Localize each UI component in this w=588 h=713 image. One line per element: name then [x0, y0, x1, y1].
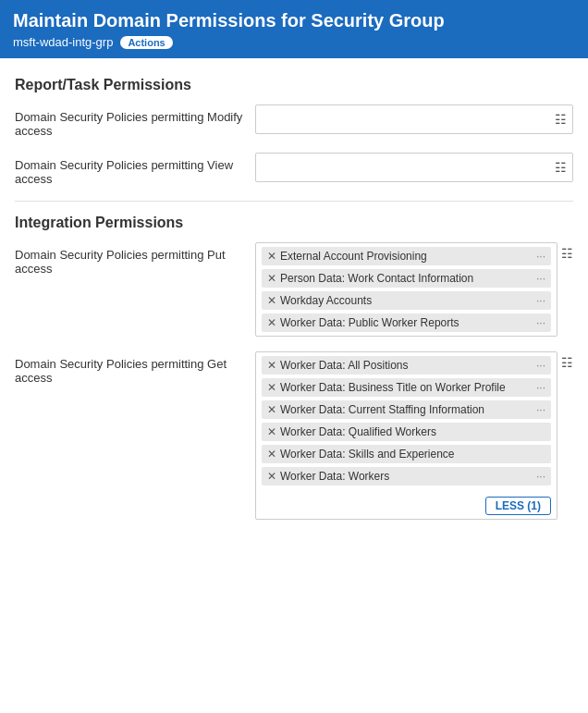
put-access-wrapper: ✕ External Account Provisioning ··· ✕ Pe…	[255, 242, 573, 337]
tag-qualified-workers: ✕ Worker Data: Qualified Workers	[262, 423, 551, 441]
tag-label-external-account: External Account Provisioning	[280, 250, 533, 263]
tag-x-workday-accounts[interactable]: ✕	[267, 294, 276, 307]
main-content: Report/Task Permissions Domain Security …	[0, 58, 588, 547]
tag-workday-accounts: ✕ Workday Accounts ···	[262, 291, 551, 310]
tag-x-business-title[interactable]: ✕	[267, 381, 276, 394]
tag-label-staffing-info: Worker Data: Current Staffing Informatio…	[280, 403, 533, 416]
security-group-name: msft-wdad-intg-grp	[13, 35, 113, 49]
tag-all-positions: ✕ Worker Data: All Positions ···	[262, 356, 551, 375]
tag-dots-business-title[interactable]: ···	[536, 381, 545, 394]
get-access-wrapper: ✕ Worker Data: All Positions ··· ✕ Worke…	[255, 351, 573, 520]
field-row-view-access: Domain Security Policies permitting View…	[15, 153, 573, 191]
input-modify-access[interactable]: ☷	[255, 104, 573, 134]
tag-x-staffing-info[interactable]: ✕	[267, 403, 276, 416]
tag-x-all-positions[interactable]: ✕	[267, 359, 276, 372]
tag-dots-workers[interactable]: ···	[536, 470, 545, 483]
tag-workers: ✕ Worker Data: Workers ···	[262, 467, 551, 486]
tag-dots-workday-accounts[interactable]: ···	[536, 294, 545, 307]
tag-label-business-title: Worker Data: Business Title on Worker Pr…	[280, 381, 533, 394]
tag-skills-experience: ✕ Worker Data: Skills and Experience	[262, 445, 551, 463]
tag-x-skills-experience[interactable]: ✕	[267, 448, 276, 461]
tag-label-person-data: Person Data: Work Contact Information	[280, 272, 533, 285]
tag-x-workers[interactable]: ✕	[267, 470, 276, 483]
actions-button[interactable]: Actions	[120, 36, 172, 49]
label-get-access: Domain Security Policies permitting Get …	[15, 351, 255, 385]
page-header: Maintain Domain Permissions for Security…	[0, 0, 588, 58]
label-put-access: Domain Security Policies permitting Put …	[15, 242, 255, 276]
tag-x-person-data[interactable]: ✕	[267, 272, 276, 285]
tag-label-skills-experience: Worker Data: Skills and Experience	[280, 448, 545, 461]
tag-x-qualified-workers[interactable]: ✕	[267, 425, 276, 438]
field-row-get-access: Domain Security Policies permitting Get …	[15, 351, 573, 525]
label-view-access: Domain Security Policies permitting View…	[15, 153, 255, 186]
section-title-report-task: Report/Task Permissions	[15, 77, 573, 93]
tag-x-worker-public-reports[interactable]: ✕	[267, 316, 276, 329]
page-title: Maintain Domain Permissions for Security…	[13, 9, 575, 31]
divider-1	[15, 201, 573, 202]
tag-staffing-info: ✕ Worker Data: Current Staffing Informat…	[262, 400, 551, 419]
tag-dots-external-account[interactable]: ···	[536, 250, 545, 263]
field-row-modify-access: Domain Security Policies permitting Modi…	[15, 104, 573, 143]
tag-dots-worker-public-reports[interactable]: ···	[536, 316, 545, 329]
label-modify-access: Domain Security Policies permitting Modi…	[15, 104, 255, 138]
less-button[interactable]: LESS (1)	[485, 497, 551, 515]
input-get-access[interactable]: ✕ Worker Data: All Positions ··· ✕ Worke…	[255, 351, 557, 520]
input-view-access[interactable]: ☷	[255, 153, 573, 182]
tag-label-qualified-workers: Worker Data: Qualified Workers	[280, 425, 545, 438]
tag-label-workday-accounts: Workday Accounts	[280, 294, 533, 307]
section-title-integration: Integration Permissions	[15, 215, 573, 231]
list-icon-modify[interactable]: ☷	[555, 112, 567, 127]
tag-dots-staffing-info[interactable]: ···	[536, 403, 545, 416]
tag-label-worker-public-reports: Worker Data: Public Worker Reports	[280, 316, 533, 329]
tag-external-account: ✕ External Account Provisioning ···	[262, 247, 551, 265]
tag-label-all-positions: Worker Data: All Positions	[280, 359, 533, 372]
tag-dots-all-positions[interactable]: ···	[536, 359, 545, 372]
tag-person-data: ✕ Person Data: Work Contact Information …	[262, 269, 551, 288]
tag-business-title: ✕ Worker Data: Business Title on Worker …	[262, 378, 551, 397]
tag-dots-person-data[interactable]: ···	[536, 272, 545, 285]
tag-worker-public-reports: ✕ Worker Data: Public Worker Reports ···	[262, 313, 551, 332]
list-icon-get[interactable]: ☷	[561, 355, 573, 370]
field-row-put-access: Domain Security Policies permitting Put …	[15, 242, 573, 342]
list-icon-put[interactable]: ☷	[561, 246, 573, 261]
tag-x-external-account[interactable]: ✕	[267, 250, 276, 263]
header-subtitle: msft-wdad-intg-grp Actions	[13, 35, 575, 49]
input-put-access[interactable]: ✕ External Account Provisioning ··· ✕ Pe…	[255, 242, 557, 337]
list-icon-view[interactable]: ☷	[555, 160, 567, 175]
tag-label-workers: Worker Data: Workers	[280, 470, 533, 483]
